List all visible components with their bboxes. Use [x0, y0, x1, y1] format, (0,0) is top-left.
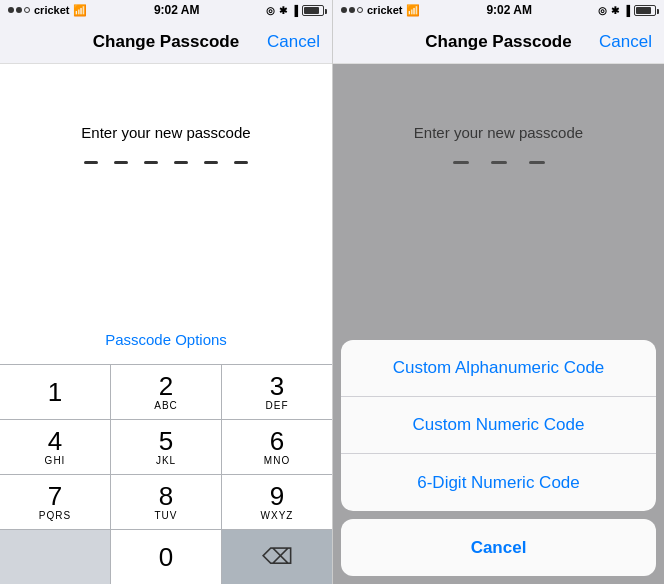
dot-6 — [234, 161, 248, 164]
status-bar-left: cricket 📶 9:02 AM ◎ ✱ ▐ — [0, 0, 332, 20]
location-icon-left: ◎ — [266, 5, 275, 16]
key-2-number: 2 — [159, 373, 173, 399]
dot-5 — [204, 161, 218, 164]
left-phone-panel: cricket 📶 9:02 AM ◎ ✱ ▐ Change Passcode … — [0, 0, 332, 584]
key-8-number: 8 — [159, 483, 173, 509]
key-7-number: 7 — [48, 483, 62, 509]
nav-title-right: Change Passcode — [425, 32, 571, 52]
key-0-number: 0 — [159, 544, 173, 570]
key-5-letters: JKL — [156, 455, 176, 466]
status-left-right: cricket 📶 — [341, 4, 420, 17]
battery-right — [634, 5, 656, 16]
key-empty — [0, 530, 111, 584]
passcode-dots-left — [84, 161, 248, 164]
rdot3 — [357, 7, 363, 13]
bt-icon-right: ✱ — [611, 5, 619, 16]
action-sheet-item-alphanumeric[interactable]: Custom Alphanumeric Code — [341, 340, 656, 397]
key-1-number: 1 — [48, 379, 62, 405]
keypad-row-3: 7 PQRS 8 TUV 9 WXYZ — [0, 474, 332, 529]
battery-fill-left — [304, 7, 319, 14]
key-4-number: 4 — [48, 428, 62, 454]
key-3[interactable]: 3 DEF — [222, 365, 332, 419]
nav-bar-right: Change Passcode Cancel — [333, 20, 664, 64]
keypad-left: 1 2 ABC 3 DEF 4 GHI 5 JKL 6 — [0, 364, 332, 584]
key-7[interactable]: 7 PQRS — [0, 475, 111, 529]
dot-2 — [114, 161, 128, 164]
key-6-number: 6 — [270, 428, 284, 454]
key-9-letters: WXYZ — [261, 510, 294, 521]
battery-left — [302, 5, 324, 16]
cancel-button-right[interactable]: Cancel — [599, 32, 652, 52]
key-2-letters: ABC — [154, 400, 178, 411]
status-right-left: ◎ ✱ ▐ — [266, 5, 324, 16]
key-0[interactable]: 0 — [111, 530, 222, 584]
key-2[interactable]: 2 ABC — [111, 365, 222, 419]
keypad-row-1: 1 2 ABC 3 DEF — [0, 364, 332, 419]
key-3-number: 3 — [270, 373, 284, 399]
status-right-right: ◎ ✱ ▐ — [598, 5, 656, 16]
action-sheet: Custom Alphanumeric Code Custom Numeric … — [341, 340, 656, 584]
key-9-number: 9 — [270, 483, 284, 509]
key-4-letters: GHI — [45, 455, 66, 466]
dot-4 — [174, 161, 188, 164]
bt-icon-left: ✱ — [279, 5, 287, 16]
passcode-prompt-left: Enter your new passcode — [81, 124, 250, 141]
key-6-letters: MNO — [264, 455, 290, 466]
key-7-letters: PQRS — [39, 510, 71, 521]
key-8-letters: TUV — [155, 510, 178, 521]
key-5[interactable]: 5 JKL — [111, 420, 222, 474]
key-6[interactable]: 6 MNO — [222, 420, 332, 474]
rdot2 — [349, 7, 355, 13]
nav-bar-left: Change Passcode Cancel — [0, 20, 332, 64]
signal-dots-right — [341, 7, 363, 13]
backspace-icon: ⌫ — [262, 544, 293, 570]
signal-dots — [8, 7, 30, 13]
dot2 — [16, 7, 22, 13]
keypad-row-4: 0 ⌫ — [0, 529, 332, 584]
action-sheet-cancel-button[interactable]: Cancel — [341, 519, 656, 576]
passcode-area-left: Enter your new passcode Passcode Options — [0, 64, 332, 364]
signal-icon-right: ▐ — [623, 5, 630, 16]
rdot1 — [341, 7, 347, 13]
keypad-row-2: 4 GHI 5 JKL 6 MNO — [0, 419, 332, 474]
dot3 — [24, 7, 30, 13]
dot-3 — [144, 161, 158, 164]
key-3-letters: DEF — [266, 400, 289, 411]
signal-icon-left: ▐ — [291, 5, 298, 16]
action-sheet-options-group: Custom Alphanumeric Code Custom Numeric … — [341, 340, 656, 511]
carrier-left: cricket — [34, 4, 69, 16]
action-sheet-item-6digit[interactable]: 6-Digit Numeric Code — [341, 454, 656, 511]
key-9[interactable]: 9 WXYZ — [222, 475, 332, 529]
carrier-right: cricket — [367, 4, 402, 16]
time-right: 9:02 AM — [486, 3, 532, 17]
key-1[interactable]: 1 — [0, 365, 111, 419]
dot1 — [8, 7, 14, 13]
action-sheet-item-numeric[interactable]: Custom Numeric Code — [341, 397, 656, 454]
nav-title-left: Change Passcode — [93, 32, 239, 52]
status-bar-right: cricket 📶 9:02 AM ◎ ✱ ▐ — [333, 0, 664, 20]
key-5-number: 5 — [159, 428, 173, 454]
right-phone-panel: cricket 📶 9:02 AM ◎ ✱ ▐ Change Passcode … — [332, 0, 664, 584]
status-left: cricket 📶 — [8, 4, 87, 17]
wifi-icon-right: 📶 — [406, 4, 420, 17]
time-left: 9:02 AM — [154, 3, 200, 17]
battery-fill-right — [636, 7, 651, 14]
key-8[interactable]: 8 TUV — [111, 475, 222, 529]
dot-1 — [84, 161, 98, 164]
wifi-icon-left: 📶 — [73, 4, 87, 17]
cancel-button-left[interactable]: Cancel — [267, 32, 320, 52]
key-backspace[interactable]: ⌫ — [222, 530, 332, 584]
passcode-options-link[interactable]: Passcode Options — [105, 331, 227, 348]
location-icon-right: ◎ — [598, 5, 607, 16]
key-4[interactable]: 4 GHI — [0, 420, 111, 474]
